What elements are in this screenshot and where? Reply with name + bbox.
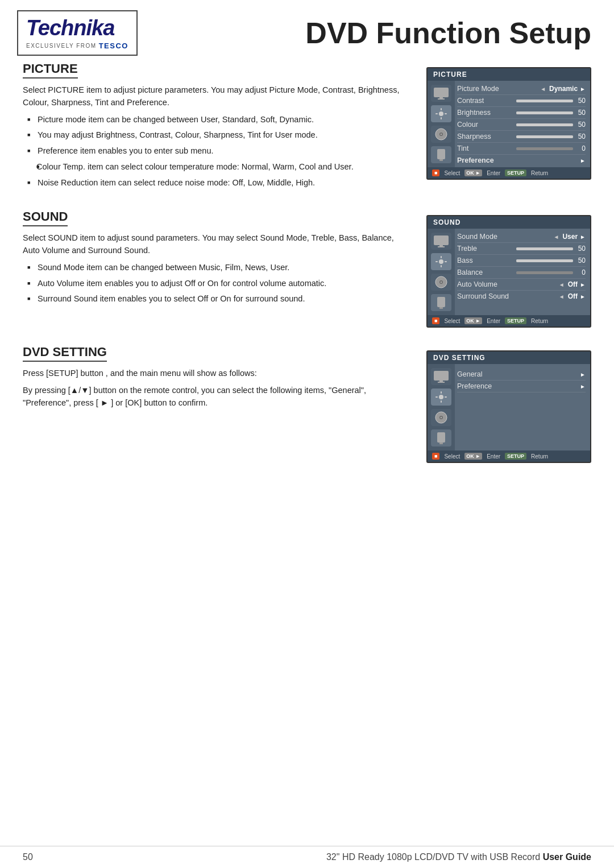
list-item: Surround Sound item enables you to selec…: [27, 293, 409, 305]
dvd-menu-spacer: [457, 392, 586, 438]
balance-value: 0: [575, 268, 586, 276]
picture-bullets: Picture mode item can be changed between…: [27, 114, 409, 189]
dvd-menu-box: DVD SETTING: [426, 350, 591, 463]
bass-row: Bass 50: [457, 255, 586, 267]
dvd-select-btn: ■: [432, 453, 439, 460]
dvd-preference-row: Preference ►: [457, 381, 586, 392]
svg-rect-11: [438, 246, 445, 247]
picture-menu-bottom: ■ Select OK ► Enter SETUP Return: [428, 167, 590, 179]
sound-menu-rows: Sound Mode ◄ User ► Treble 50: [455, 229, 590, 315]
settings-icon: [431, 253, 451, 270]
picture-menu-box-container: PICTURE: [426, 61, 591, 192]
sound-menu-icons: [428, 229, 455, 315]
tesco-line: EXCLUSIVELY FROM TESCO: [26, 42, 128, 50]
disc-icon: [431, 126, 451, 143]
page-footer: 50 32" HD Ready 1080p LCD/DVD TV with US…: [0, 846, 614, 868]
picture-section-left: PICTURE Select PICTURE item to adjust pi…: [23, 61, 409, 192]
dvd-section-left: DVD SETTING Press [SETUP] button , and t…: [23, 345, 409, 463]
auto-volume-right-arrow: ►: [580, 282, 586, 288]
contrast-bar: [516, 100, 573, 102]
settings-icon: [431, 388, 451, 406]
sound-section-left: SOUND Select SOUND item to adjust sound …: [23, 209, 409, 328]
list-item: Auto Volume item enables you to adjust O…: [27, 278, 409, 290]
surround-right-arrow: ►: [580, 294, 586, 300]
dvd-menu-title: DVD SETTING: [428, 352, 590, 364]
brightness-row: Brightness 50: [457, 107, 586, 119]
svg-rect-25: [437, 432, 445, 443]
sound-setup-btn: SETUP: [505, 317, 526, 324]
list-item: Colour Temp. item can select colour temp…: [36, 161, 409, 173]
sound-heading: SOUND: [23, 209, 68, 226]
svg-rect-0: [434, 88, 449, 97]
sound-mode-right-arrow: ►: [580, 234, 586, 240]
surround-sound-label: Surround Sound: [457, 292, 559, 300]
dvd-preference-arrow: ►: [580, 383, 586, 390]
svg-rect-20: [438, 382, 445, 383]
auto-volume-left-arrow: ◄: [559, 282, 565, 288]
svg-point-21: [439, 395, 443, 399]
tint-row: Tint 0: [457, 143, 586, 155]
general-label: General: [457, 370, 580, 378]
sound-select-label: Select: [444, 318, 460, 324]
dvd-enter-label: Enter: [487, 453, 500, 460]
usb-icon: [431, 429, 451, 447]
picture-menu-rows: Picture Mode ◄ Dynamic ► Contrast 50: [455, 81, 590, 167]
sound-select-btn: ■: [432, 317, 439, 324]
list-item: Preference item enables you to enter sub…: [27, 145, 409, 158]
svg-point-15: [441, 282, 442, 283]
contrast-label: Contrast: [457, 97, 514, 105]
sound-menu-box: SOUND: [426, 215, 591, 328]
contrast-row: Contrast 50: [457, 95, 586, 107]
brightness-value: 50: [575, 109, 586, 117]
sound-menu-title: SOUND: [428, 216, 590, 229]
tv-icon: [431, 85, 451, 102]
picture-mode-row: Picture Mode ◄ Dynamic ►: [457, 83, 586, 95]
svg-point-6: [441, 134, 442, 135]
disc-icon: [431, 274, 451, 291]
sharpness-bar: [516, 135, 573, 138]
tint-label: Tint: [457, 144, 514, 152]
list-item: Noise Reduction item can select reduce n…: [27, 177, 409, 189]
dvd-ok-btn: OK ►: [464, 453, 482, 460]
list-item: Sound Mode item can be changed between M…: [27, 262, 409, 274]
picture-menu-icons: [428, 81, 455, 167]
sound-mode-label: Sound Mode: [457, 233, 554, 241]
picture-heading: PICTURE: [23, 61, 78, 78]
svg-point-12: [439, 259, 443, 264]
sound-section: SOUND Select SOUND item to adjust sound …: [23, 209, 591, 328]
auto-volume-label: Auto Volume: [457, 280, 559, 288]
brightness-bar-fill: [516, 111, 573, 114]
dvd-menu-box-container: DVD SETTING: [426, 345, 591, 463]
picture-mode-left-arrow: ◄: [540, 86, 546, 92]
logo-box: Technika EXCLUSIVELY FROM TESCO: [17, 10, 138, 56]
surround-left-arrow: ◄: [559, 294, 565, 300]
brightness-label: Brightness: [457, 109, 514, 117]
sound-menu-content: Sound Mode ◄ User ► Treble 50: [428, 229, 590, 315]
preference-label: Preference: [457, 156, 580, 164]
picture-mode-label: Picture Mode: [457, 85, 540, 93]
list-item: Picture mode item can be changed between…: [27, 114, 409, 126]
picture-section: PICTURE Select PICTURE item to adjust pi…: [23, 61, 591, 192]
svg-point-24: [441, 417, 442, 419]
preference-row: Preference ►: [457, 155, 586, 166]
surround-sound-row: Surround Sound ◄ Off ►: [457, 291, 586, 302]
bass-bar-fill: [516, 259, 573, 262]
main-content: PICTURE Select PICTURE item to adjust pi…: [0, 56, 614, 491]
colour-bar: [516, 123, 573, 126]
tv-icon: [431, 233, 451, 250]
picture-select-label: Select: [444, 170, 460, 176]
contrast-bar-fill: [516, 100, 573, 102]
sharpness-label: Sharpness: [457, 133, 514, 140]
balance-label: Balance: [457, 268, 514, 276]
treble-bar: [516, 247, 573, 250]
dvd-intro1: Press [SETUP] button , and the main menu…: [23, 367, 409, 380]
auto-volume-row: Auto Volume ◄ Off ►: [457, 279, 586, 291]
dvd-select-label: Select: [444, 453, 460, 460]
dvd-menu-content: General ► Preference ►: [428, 364, 590, 450]
general-row: General ►: [457, 369, 586, 381]
dvd-heading: DVD SETTING: [23, 345, 107, 362]
sound-menu-box-container: SOUND: [426, 209, 591, 328]
colour-value: 50: [575, 121, 586, 129]
tesco-brand: TESCO: [99, 42, 128, 50]
footer-description-bold: User Guide: [543, 852, 591, 862]
